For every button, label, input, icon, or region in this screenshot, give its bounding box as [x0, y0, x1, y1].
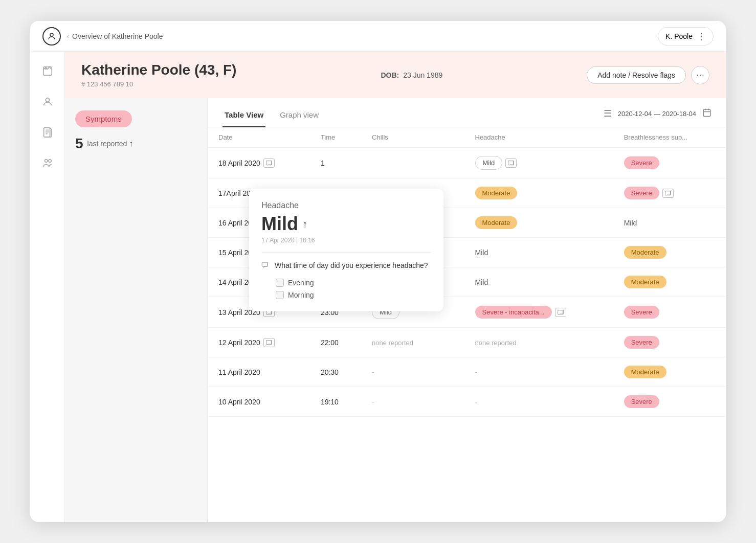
table-row: 11 April 202020:30--Moderate: [208, 357, 726, 387]
tabs-left: Table View Graph view: [223, 106, 321, 127]
table-cell: Mild: [614, 208, 726, 238]
patient-header: Katherine Poole (43, F) # 123 456 789 10…: [65, 52, 726, 98]
tooltip-question: What time of day did you experience head…: [261, 261, 431, 272]
add-note-button[interactable]: Add note / Resolve flags: [587, 66, 686, 84]
table-cell-time: 1: [310, 148, 362, 178]
back-arrow-icon: ‹: [67, 33, 69, 40]
user-badge[interactable]: K. Poole ⋮: [658, 27, 714, 46]
table-cell: Mild: [465, 267, 614, 297]
table-cell: Mild: [465, 238, 614, 267]
patient-name: Katherine Poole (43, F): [81, 62, 236, 78]
tooltip-date: 17 Apr 2020 | 10:16: [261, 237, 431, 253]
option-evening-label: Evening: [288, 279, 314, 287]
table-cell: Moderate: [614, 238, 726, 267]
main-layout: Katherine Poole (43, F) # 123 456 789 10…: [30, 52, 726, 522]
patient-actions: Add note / Resolve flags ⋯: [587, 66, 709, 84]
tab-graph-view[interactable]: Graph view: [278, 106, 321, 127]
breadcrumb[interactable]: ‹ Overview of Katherine Poole: [67, 32, 163, 40]
svg-point-3: [46, 98, 49, 102]
symptoms-badge[interactable]: Symptoms: [75, 110, 132, 127]
table-cell: Moderate: [465, 208, 614, 238]
table-cell-date: 18 April 2020: [208, 148, 310, 178]
tooltip-option-morning: Morning: [276, 291, 431, 299]
table-cell-date: 12 April 2020: [208, 328, 310, 357]
checkbox-evening: [276, 279, 284, 287]
table-cell: -: [465, 357, 614, 387]
table-cell: Severe - incapacita...: [465, 297, 614, 328]
table-cell: Severe: [614, 178, 726, 208]
table-cell: -: [362, 387, 464, 417]
date-note-icon[interactable]: [263, 338, 275, 347]
sidebar-icon-document[interactable]: [38, 123, 57, 142]
list-icon[interactable]: ☰: [604, 108, 612, 119]
svg-rect-4: [43, 128, 50, 137]
right-panel: Table View Graph view ☰ 2020-12-04 — 202…: [208, 98, 726, 522]
tooltip-trend-icon: ↑: [302, 218, 307, 230]
patient-id: # 123 456 789 10: [81, 80, 236, 88]
table-cell: [362, 148, 464, 178]
top-bar-left: ‹ Overview of Katherine Poole: [42, 27, 163, 46]
col-date: Date: [208, 127, 310, 148]
sidebar-icon-group[interactable]: [38, 154, 57, 172]
top-bar: ‹ Overview of Katherine Poole K. Poole ⋮: [30, 21, 726, 52]
col-chills: Chills: [362, 127, 464, 148]
col-headache: Headache: [465, 127, 614, 148]
table-cell: none reported: [362, 328, 464, 357]
table-cell: none reported: [465, 328, 614, 357]
table-cell: -: [362, 357, 464, 387]
table-cell-date: 11 April 2020: [208, 357, 310, 387]
tooltip-value: Mild ↑: [261, 213, 431, 235]
tab-table-view[interactable]: Table View: [223, 106, 265, 127]
table-cell-time: 19:10: [310, 387, 362, 417]
table-cell: -: [465, 387, 614, 417]
table-row: 12 April 2020 22:00none reportednone rep…: [208, 328, 726, 357]
user-menu-dots-icon: ⋮: [697, 31, 706, 42]
calendar-icon[interactable]: [702, 108, 711, 120]
date-note-icon[interactable]: [263, 159, 275, 168]
table-cell: Severe: [614, 148, 726, 178]
svg-point-5: [45, 160, 48, 163]
table-wrapper: Date Time Chills Headache Breathlessness…: [208, 127, 726, 522]
sidebar: [30, 52, 65, 522]
last-reported-label: last reported ↑: [87, 139, 134, 148]
last-reported-count: 5 last reported ↑: [75, 135, 196, 152]
table-cell-time: 22:00: [310, 328, 362, 357]
note-icon[interactable]: [555, 308, 566, 317]
more-options-button[interactable]: ⋯: [691, 66, 709, 84]
note-icon[interactable]: [505, 159, 517, 168]
tooltip-option-evening: Evening: [276, 279, 431, 287]
svg-point-6: [48, 160, 51, 163]
svg-point-0: [50, 33, 53, 36]
table-row: 18 April 2020 1Mild Severe: [208, 148, 726, 178]
table-cell: Moderate: [614, 357, 726, 387]
tooltip-options: Evening Morning: [276, 279, 431, 299]
tooltip-title: Headache: [261, 201, 431, 210]
content-area: Katherine Poole (43, F) # 123 456 789 10…: [65, 52, 726, 522]
table-cell: Moderate: [614, 267, 726, 297]
col-breathlessness: Breathlessness sup...: [614, 127, 726, 148]
svg-rect-7: [703, 109, 710, 117]
table-cell: Severe: [614, 328, 726, 357]
date-range: 2020-12-04 — 2020-18-04: [618, 110, 696, 118]
table-cell: Severe: [614, 297, 726, 328]
svg-rect-17: [262, 262, 268, 266]
headache-tooltip: Headache Mild ↑ 17 Apr 2020 | 10:16: [249, 189, 443, 311]
table-row: 10 April 202019:10--Severe: [208, 387, 726, 417]
app-icon: [42, 27, 61, 46]
sidebar-icon-image[interactable]: [38, 62, 57, 80]
main-window: ‹ Overview of Katherine Poole K. Poole ⋮: [30, 21, 726, 522]
tooltip-chat-icon: [261, 261, 270, 272]
col-time: Time: [310, 127, 362, 148]
svg-point-2: [45, 68, 47, 70]
table-cell-time: 20:30: [310, 357, 362, 387]
table-cell: Mild: [465, 148, 614, 178]
patient-dob: DOB: 23 Jun 1989: [381, 71, 442, 79]
view-tabs: Table View Graph view ☰ 2020-12-04 — 202…: [208, 98, 726, 127]
table-cell: Severe: [614, 387, 726, 417]
note-icon[interactable]: [662, 189, 674, 198]
table-cell-date: 10 April 2020: [208, 387, 310, 417]
tabs-right: ☰ 2020-12-04 — 2020-18-04: [604, 108, 711, 126]
sidebar-icon-person[interactable]: [38, 93, 57, 111]
tab-section: Symptoms 5 last reported ↑ Table V: [65, 98, 726, 522]
trend-up-icon: ↑: [129, 139, 133, 148]
